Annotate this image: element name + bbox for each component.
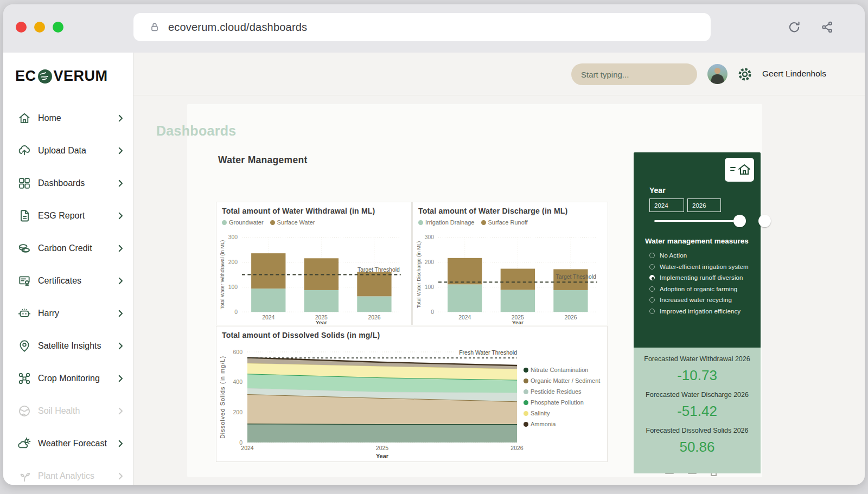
- svg-text:Total Water Discharge (in ML): Total Water Discharge (in ML): [416, 241, 422, 309]
- slider-track[interactable]: [654, 220, 745, 222]
- legend-label: Salinity: [531, 410, 550, 416]
- legend-label: Irrigation Drainage: [425, 219, 475, 226]
- sidebar-item-satellite-insights[interactable]: Satellite Insights: [17, 332, 125, 360]
- forecast-value: -10.73: [634, 367, 761, 384]
- legend-label: Groundwater: [229, 219, 264, 226]
- legend-item: Organic Matter / Sediment: [524, 377, 600, 384]
- slider-handle-right[interactable]: [758, 215, 771, 227]
- svg-text:400: 400: [233, 378, 242, 385]
- legend-item: Nitrate Contamination: [524, 367, 600, 373]
- year-slicer-label: Year: [649, 186, 666, 195]
- forecast-label: Forecasted Water Withdrawal 2026: [634, 355, 761, 363]
- water-discharge-chart-body[interactable]: 0100200300202420252026Target ThesholdTot…: [414, 227, 607, 325]
- legend-dot: [524, 389, 528, 394]
- legend-label: Surface Runoff: [488, 219, 528, 226]
- sidebar-item-certificates[interactable]: Certificates: [17, 267, 125, 294]
- legend-label: Nitrate Contamination: [531, 367, 588, 373]
- sidebar-item-carbon-credit[interactable]: Carbon Credit: [17, 235, 125, 262]
- year-to-input[interactable]: [687, 198, 721, 212]
- settings-gear-icon[interactable]: [736, 66, 754, 83]
- refresh-button[interactable]: [787, 20, 801, 34]
- legend-item: Surface Water: [270, 219, 315, 226]
- sidebar-item-label: Harry: [38, 309, 116, 318]
- sidebar-item-soil-health[interactable]: Soil Health: [17, 397, 125, 425]
- sidebar-item-harry[interactable]: Harry: [17, 300, 125, 327]
- legend-dot: [418, 220, 423, 225]
- measure-option-improved-irrigation-efficiency[interactable]: Improved irrigation efficiency: [649, 306, 757, 317]
- measure-option-no-action[interactable]: No Action: [649, 250, 757, 261]
- radio-button[interactable]: [649, 275, 655, 280]
- measure-label: Adoption of organic farming: [660, 286, 737, 292]
- water-discharge-card: Total amount of Water Discharge (in ML) …: [412, 202, 608, 325]
- svg-text:2025: 2025: [376, 445, 389, 451]
- filter-panel: Year Water management measures No Action…: [634, 152, 761, 473]
- slider-handle-left[interactable]: [733, 215, 746, 227]
- sidebar: EC VERUM HomeUpload DataDashboardsESG Re…: [3, 53, 133, 485]
- radio-button[interactable]: [649, 253, 655, 258]
- search-input[interactable]: [580, 69, 690, 80]
- sidebar-item-upload-data[interactable]: Upload Data: [17, 137, 125, 164]
- svg-text:2026: 2026: [510, 445, 524, 451]
- measure-option-adoption-of-organic-farming[interactable]: Adoption of organic farming: [649, 284, 757, 295]
- svg-text:Total Water Withdrawal (in ML): Total Water Withdrawal (in ML): [219, 240, 225, 310]
- measure-option-increased-water-recycling[interactable]: Increased water recycling: [649, 294, 757, 306]
- radio-button[interactable]: [649, 286, 655, 292]
- svg-text:Target Theshold: Target Theshold: [556, 274, 596, 280]
- water-withdrawal-card: Total amount of Water Withdrawal (in ML)…: [216, 202, 412, 325]
- username[interactable]: Geert Lindenhols: [762, 69, 826, 79]
- sidebar-item-weather-forecast[interactable]: Weather Forecast: [17, 430, 125, 457]
- map-pin-icon: [17, 339, 31, 353]
- sidebar-item-esg-report[interactable]: ESG Report: [17, 202, 125, 229]
- legend-dot: [524, 378, 528, 383]
- legend-dot: [524, 422, 528, 427]
- measure-option-water-efficient-irrigation-system[interactable]: Water-efficient irrigation system: [649, 261, 757, 273]
- certificate-icon: [17, 274, 31, 288]
- user-avatar[interactable]: [707, 64, 727, 84]
- window-close-button[interactable]: [16, 22, 27, 33]
- home-report-icon: [727, 161, 751, 179]
- water-withdrawal-chart-body[interactable]: 0100200300202420252026Target ThresholdTo…: [218, 227, 410, 325]
- radio-button[interactable]: [649, 264, 655, 270]
- svg-text:2026: 2026: [368, 315, 380, 320]
- sidebar-item-crop-monitoring[interactable]: Crop Monitoring: [17, 365, 125, 392]
- radio-button[interactable]: [649, 309, 655, 314]
- window-maximize-button[interactable]: [53, 22, 63, 33]
- svg-text:600: 600: [233, 349, 242, 355]
- topbar: Geert Lindenhols: [133, 53, 865, 95]
- radio-button[interactable]: [649, 297, 655, 303]
- address-bar[interactable]: ecoverum.cloud/dashboards: [133, 13, 711, 41]
- forecast-value: -51.42: [634, 403, 761, 420]
- panel-home-button[interactable]: [725, 158, 754, 182]
- window-minimize-button[interactable]: [34, 22, 45, 33]
- forecast-label: Forecasted Dissolved Solids 2026: [634, 427, 761, 434]
- svg-text:2024: 2024: [241, 445, 254, 451]
- chevron-right-icon: [116, 243, 125, 253]
- search-bar[interactable]: [571, 63, 697, 85]
- plant-icon: [17, 469, 31, 483]
- home-icon: [17, 111, 31, 125]
- measure-option-implementing-runoff-diversion[interactable]: Implementing runoff diversion: [649, 272, 757, 284]
- chart-title: Total amount of Water Withdrawal (in ML): [222, 207, 375, 215]
- measure-label: Water-efficient irrigation system: [660, 264, 749, 270]
- legend-item: Groundwater: [222, 219, 264, 226]
- svg-text:2024: 2024: [458, 315, 471, 320]
- svg-text:Fresh Water Threshold: Fresh Water Threshold: [459, 349, 517, 356]
- year-range-slider[interactable]: [654, 214, 745, 229]
- svg-text:0: 0: [234, 309, 238, 315]
- browser-chrome: ecoverum.cloud/dashboards: [3, 4, 865, 53]
- drone-icon: [17, 371, 31, 386]
- legend-item: Irrigation Drainage: [418, 219, 475, 226]
- forecast-list: Forecasted Water Withdrawal 2026-10.73Fo…: [634, 348, 761, 473]
- sidebar-item-plant-analytics[interactable]: Plant Analytics: [17, 463, 125, 485]
- share-button[interactable]: [820, 20, 834, 34]
- sidebar-item-home[interactable]: Home: [17, 105, 125, 132]
- chevron-right-icon: [116, 309, 125, 318]
- year-from-input[interactable]: [649, 198, 684, 212]
- cloud-sun-icon: [17, 437, 31, 451]
- sidebar-item-label: Carbon Credit: [38, 243, 116, 253]
- sidebar-item-label: Soil Health: [38, 406, 116, 416]
- sidebar-item-dashboards[interactable]: Dashboards: [17, 170, 125, 197]
- svg-text:200: 200: [228, 259, 238, 265]
- legend-dot: [524, 411, 528, 416]
- chevron-right-icon: [116, 374, 125, 383]
